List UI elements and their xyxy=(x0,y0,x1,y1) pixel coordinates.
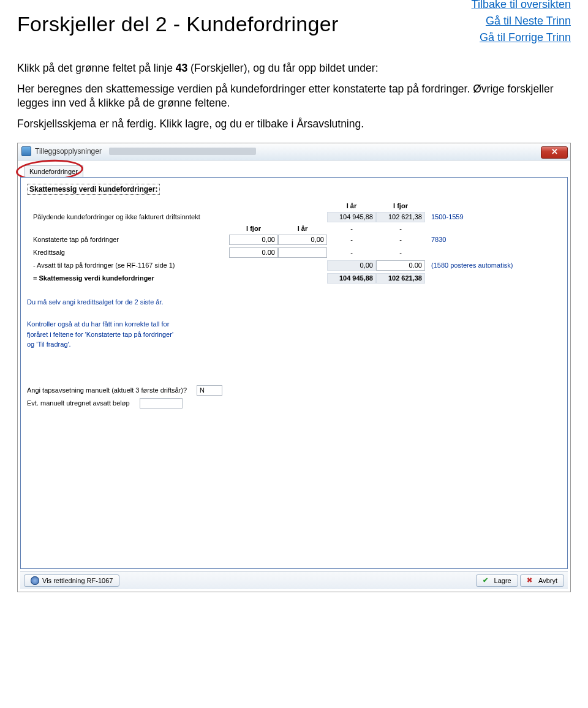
close-button[interactable]: ✕ xyxy=(541,146,568,159)
cancel-button[interactable]: ✖ Avbryt xyxy=(520,574,564,587)
row-palydende-iar: 104 945,88 xyxy=(327,212,376,222)
info-text-2: Kontroller også at du har fått inn korre… xyxy=(27,319,561,350)
subhdr-iar: I år xyxy=(278,225,327,232)
app-window: Tilleggsopplysninger ✕ Kundefordringer S… xyxy=(17,143,571,592)
q2-field[interactable] xyxy=(140,398,183,409)
window-footer: Vis rettledning RF-1067 ✔ Lagre ✖ Avbryt xyxy=(20,571,568,589)
cancel-icon: ✖ xyxy=(527,576,535,585)
intro-paragraph-3: Forskjellsskjema er nå ferdig. Klikk lag… xyxy=(17,117,571,132)
row-sum-iar: 104 945,88 xyxy=(327,273,376,284)
col-header-ifjor: I fjor xyxy=(376,202,425,209)
intro-paragraph-2: Her beregnes den skattemessige verdien p… xyxy=(17,82,571,111)
col-header-iar: I år xyxy=(327,202,376,209)
check-icon: ✔ xyxy=(483,576,491,585)
row-konstaterte-label: Konstaterte tap på fordringer xyxy=(27,236,229,243)
row-avsatt-ifjor[interactable]: 0.00 xyxy=(376,260,425,271)
q1-label: Angi tapsavsetning manuelt (aktuelt 3 fø… xyxy=(27,386,187,394)
row-kredittsalg-label: Kredittsalg xyxy=(27,249,229,256)
row-avsatt-iar: 0,00 xyxy=(327,260,376,271)
dash: - xyxy=(376,225,425,232)
section-heading: Skattemessig verdi kundefordringer: xyxy=(27,184,160,195)
save-label: Lagre xyxy=(494,577,511,584)
window-body: Skattemessig verdi kundefordringer: I år… xyxy=(20,177,568,569)
close-icon: ✕ xyxy=(551,147,558,156)
intro-paragraph-1: Klikk på det grønne feltet på linje 43 (… xyxy=(17,61,571,76)
window-titlebar: Tilleggsopplysninger ✕ xyxy=(18,143,570,160)
window-title: Tilleggsopplysninger xyxy=(35,147,102,156)
hint-button[interactable]: Vis rettledning RF-1067 xyxy=(24,574,119,587)
q1-field[interactable]: N xyxy=(197,385,222,396)
dash: - xyxy=(327,225,376,232)
tab-kundefordringer[interactable]: Kundefordringer xyxy=(24,165,83,177)
app-icon xyxy=(21,146,31,156)
row-palydende-note: 1500-1559 xyxy=(425,213,561,220)
link-overview[interactable]: Tilbake til oversikten xyxy=(472,0,571,11)
link-prev-step[interactable]: Gå til Forrige Trinn xyxy=(480,31,571,44)
value-grid: I år I fjor Pålydende kundefordringer og… xyxy=(27,202,561,284)
row-konstaterte-c4: - xyxy=(376,236,425,243)
link-next-step[interactable]: Gå til Neste Trinn xyxy=(486,15,571,28)
title-subtext-blur xyxy=(109,148,256,155)
hint-label: Vis rettledning RF-1067 xyxy=(42,577,113,584)
row-kredittsalg-c3: - xyxy=(327,249,376,256)
question-row-1: Angi tapsavsetning manuelt (aktuelt 3 fø… xyxy=(27,385,561,396)
row-avsatt-label: - Avsatt til tap på fordringer (se RF-11… xyxy=(27,262,229,269)
row-konstaterte-iar[interactable]: 0,00 xyxy=(278,235,327,245)
row-palydende-label: Pålydende kundefordringer og ikke faktur… xyxy=(27,213,229,220)
row-kredittsalg-c4: - xyxy=(376,249,425,256)
row-palydende-ifjor: 102 621,38 xyxy=(376,212,425,222)
subhdr-ifjor: I fjor xyxy=(229,225,278,232)
hint-icon xyxy=(31,576,39,585)
info-text-1: Du må selv angi kredittsalget for de 2 s… xyxy=(27,297,561,307)
row-sum-label: = Skattemessig verdi kundefordringer xyxy=(27,274,229,282)
row-sum-ifjor: 102 621,38 xyxy=(376,273,425,284)
row-konstaterte-note: 7830 xyxy=(425,236,561,243)
question-row-2: Evt. manuelt utregnet avsatt beløp xyxy=(27,398,561,409)
q2-label: Evt. manuelt utregnet avsatt beløp xyxy=(27,399,130,407)
row-kredittsalg-ifjor[interactable]: 0.00 xyxy=(229,247,278,258)
row-avsatt-note: (1580 posteres automatisk) xyxy=(425,262,561,269)
cancel-label: Avbryt xyxy=(538,577,557,584)
row-konstaterte-ifjor[interactable]: 0,00 xyxy=(229,235,278,245)
row-kredittsalg-iar[interactable] xyxy=(278,247,327,258)
save-button[interactable]: ✔ Lagre xyxy=(476,574,518,587)
row-konstaterte-c3: - xyxy=(327,236,376,243)
